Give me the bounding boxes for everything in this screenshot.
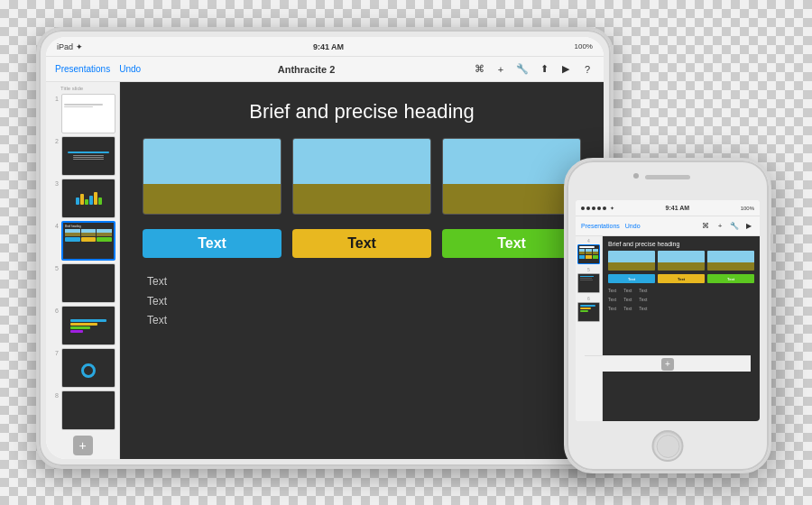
iphone-slide-num-5: 5 xyxy=(577,267,600,272)
slide-num-6: 6 xyxy=(50,306,59,314)
scene: iPad ✦ 9:41 AM 100% Presentations Undo A… xyxy=(18,18,794,487)
text-button-2[interactable]: Text xyxy=(292,229,431,258)
iphone-wand-icon[interactable]: ⌘ xyxy=(700,221,711,232)
iphone-battery: 100% xyxy=(741,206,754,211)
iphone-wrench-icon[interactable]: 🔧 xyxy=(729,221,740,232)
iphone-text-btn-3[interactable]: Text xyxy=(707,274,754,283)
iphone-add-icon[interactable]: + xyxy=(715,221,725,232)
add-slide-area[interactable]: + xyxy=(50,436,115,455)
iphone-text-2a: Text xyxy=(623,287,632,295)
slide-thumb-8[interactable]: 8 xyxy=(50,390,115,430)
signal-dot-3 xyxy=(592,207,595,210)
slide-thumb-3[interactable]: 3 xyxy=(50,179,115,218)
iphone-slide-num-4: 4 xyxy=(577,238,600,243)
iphone-toolbar-left[interactable]: Presentations Undo xyxy=(581,223,641,229)
iphone-toolbar-right: ⌘ + 🔧 ▶ xyxy=(700,221,754,232)
ipad-device-label: iPad ✦ xyxy=(57,42,83,51)
wifi-icon: ✦ xyxy=(610,205,614,211)
slide-thumb-5[interactable]: 5 xyxy=(50,263,115,303)
slide-preview-6[interactable] xyxy=(61,306,115,345)
iphone-text-3b: Text xyxy=(639,296,647,304)
share-icon[interactable]: ⬆ xyxy=(537,62,551,77)
iphone-slide-panel: 4 xyxy=(576,236,603,421)
add-slide-button[interactable]: + xyxy=(73,436,93,455)
iphone-slide-6[interactable] xyxy=(577,302,600,322)
slide-thumb-6[interactable]: 6 xyxy=(50,306,115,345)
iphone-image-row xyxy=(608,251,754,271)
iphone-play-icon[interactable]: ▶ xyxy=(743,221,754,232)
presentation-title: Anthracite 2 xyxy=(150,64,463,75)
iphone-text-3a: Text xyxy=(639,287,647,295)
iphone-button-row: Text Text Text xyxy=(608,274,754,283)
slide-thumb-4[interactable]: 4 Brief heading xyxy=(50,221,115,261)
slide-thumb-2[interactable]: 2 xyxy=(50,136,115,176)
iphone-text-section: Text Text Text Text Text Text Text Text xyxy=(608,287,754,313)
slide-num-2: 2 xyxy=(50,136,59,144)
iphone-bottom-bar: + xyxy=(585,355,751,372)
iphone-home-button[interactable] xyxy=(652,430,684,462)
help-icon[interactable]: ? xyxy=(580,62,595,77)
slide-thumb-1[interactable]: 1 xyxy=(50,94,115,133)
iphone-slide-4[interactable] xyxy=(577,244,600,264)
iphone-image-2 xyxy=(658,251,705,271)
iphone-side-button xyxy=(770,233,773,251)
ipad-toolbar-left[interactable]: Presentations Undo xyxy=(55,64,141,74)
slide-preview-7[interactable] xyxy=(61,348,115,388)
ipad-device: iPad ✦ 9:41 AM 100% Presentations Undo A… xyxy=(36,27,614,469)
play-icon[interactable]: ▶ xyxy=(558,62,573,77)
iphone-home-inner xyxy=(656,435,679,458)
ipad-status-bar: iPad ✦ 9:41 AM 100% xyxy=(46,37,604,57)
iphone-slide-content: Brief and precise heading Text Text Text xyxy=(603,236,760,421)
slide-num-5: 5 xyxy=(50,263,59,271)
iphone-text-1b: Text xyxy=(608,296,616,304)
slide-preview-2[interactable] xyxy=(61,136,115,176)
iphone-undo-button[interactable]: Undo xyxy=(625,223,641,229)
iphone-add-slide-button[interactable]: + xyxy=(661,358,674,371)
iphone-image-3 xyxy=(707,251,754,271)
slide-preview-8[interactable] xyxy=(61,390,115,430)
ipad-slide-content: Brief and precise heading Text Text Text… xyxy=(120,82,604,459)
iphone-status-bar: ✦ 9:41 AM 100% xyxy=(576,200,760,216)
slide-num-7: 7 xyxy=(50,348,59,356)
iphone-screen: ✦ 9:41 AM 100% Presentations Undo ⌘ + 🔧 … xyxy=(576,200,760,421)
iphone-text-2b: Text xyxy=(623,296,632,304)
slide-preview-3[interactable] xyxy=(61,179,115,218)
iphone-slide-5[interactable] xyxy=(577,273,600,293)
iphone-slide-heading: Brief and precise heading xyxy=(608,241,754,247)
iphone-text-3c: Text xyxy=(639,305,647,313)
iphone-text-col-1: Text Text Text xyxy=(608,287,616,313)
undo-button[interactable]: Undo xyxy=(119,64,141,74)
slide-preview-4[interactable]: Brief heading xyxy=(61,221,115,261)
wrench-icon[interactable]: 🔧 xyxy=(515,62,530,77)
ipad-battery: 100% xyxy=(575,42,593,50)
text-item-3: Text xyxy=(147,311,581,331)
iphone-speaker xyxy=(645,175,690,179)
iphone-presentations-button[interactable]: Presentations xyxy=(581,223,620,229)
slide-thumb-7[interactable]: 7 xyxy=(50,348,115,388)
iphone-text-btn-1[interactable]: Text xyxy=(608,274,655,283)
ipad-screen: iPad ✦ 9:41 AM 100% Presentations Undo A… xyxy=(46,37,604,459)
signal-dot-2 xyxy=(586,207,590,210)
iphone-text-col-2: Text Text Text xyxy=(623,287,632,313)
add-icon[interactable]: + xyxy=(494,62,508,77)
magic-wand-icon[interactable]: ⌘ xyxy=(472,62,486,77)
presentations-button[interactable]: Presentations xyxy=(55,64,110,74)
text-button-3[interactable]: Text xyxy=(442,229,581,258)
iphone-text-btn-2[interactable]: Text xyxy=(658,274,705,283)
slide-num-4: 4 xyxy=(50,221,59,229)
iphone-main-area: 4 xyxy=(576,236,760,421)
text-item-1: Text xyxy=(147,272,581,292)
iphone-text-1a: Text xyxy=(608,287,616,295)
ipad-main-area: Title slide 1 2 xyxy=(46,82,604,459)
image-1 xyxy=(143,138,281,215)
iphone-clock: 9:41 AM xyxy=(666,205,690,211)
slide-preview-1[interactable] xyxy=(61,94,115,133)
ipad-status-left: iPad ✦ xyxy=(57,42,83,51)
iphone-slide-num-6: 6 xyxy=(577,296,600,301)
slide-preview-5[interactable] xyxy=(61,263,115,303)
text-list: Text Text Text xyxy=(143,272,581,331)
text-button-1[interactable]: Text xyxy=(143,229,281,258)
signal-dot-1 xyxy=(581,207,585,210)
button-row: Text Text Text xyxy=(143,229,581,258)
iphone-toolbar: Presentations Undo ⌘ + 🔧 ▶ xyxy=(576,216,760,236)
